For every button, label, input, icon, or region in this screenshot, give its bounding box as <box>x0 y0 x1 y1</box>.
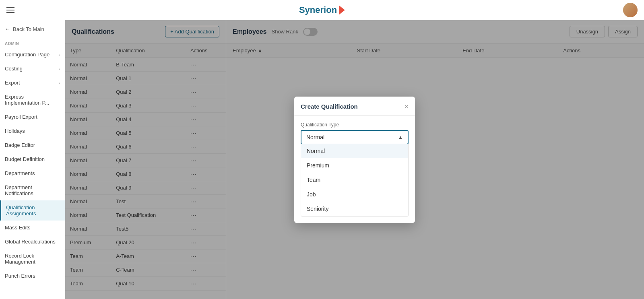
modal-header: Create Qualification × <box>294 97 415 115</box>
modal-title: Create Qualification <box>301 103 358 110</box>
back-arrow-icon: ← <box>5 26 10 32</box>
back-to-main-button[interactable]: ← Back To Main <box>0 20 65 38</box>
sidebar-item-costing[interactable]: Costing› <box>0 62 65 76</box>
sidebar-item-badge-editor[interactable]: Badge Editor <box>0 138 65 152</box>
sidebar-item-express-impl[interactable]: Express Implementation P... <box>0 90 65 110</box>
sidebar-item-label: Payroll Export <box>5 114 37 120</box>
sidebar-item-export[interactable]: Export› <box>0 76 65 90</box>
dropdown-option-normal[interactable]: Normal <box>301 144 408 158</box>
avatar-image <box>623 3 638 17</box>
chevron-right-icon: › <box>58 52 60 57</box>
create-qualification-modal: Create Qualification × Qualification Typ… <box>294 97 415 223</box>
chevron-right-icon: › <box>58 80 60 85</box>
main-layout: ← Back To Main ADMIN Configuration Page›… <box>0 20 644 299</box>
sidebar-item-label: Costing <box>5 66 23 72</box>
sidebar-item-dept-notifications[interactable]: Department Notifications <box>0 180 65 200</box>
content-area: Qualifications + Add Qualification Type … <box>65 20 644 299</box>
sidebar-item-payroll-export[interactable]: Payroll Export <box>0 110 65 124</box>
sidebar-item-punch-errors[interactable]: Punch Errors <box>0 269 65 283</box>
sidebar-item-label: Badge Editor <box>5 142 35 148</box>
sidebar-items: Configuration Page›Costing›Export›Expres… <box>0 47 65 283</box>
modal-overlay[interactable]: Create Qualification × Qualification Typ… <box>65 20 644 299</box>
sidebar-item-label: Mass Edits <box>5 225 31 231</box>
qualification-type-label: Qualification Type <box>301 122 409 128</box>
sidebar-item-label: Record Lock Management <box>5 253 60 265</box>
hamburger-menu[interactable] <box>6 7 14 13</box>
sidebar-item-label: Qualification Assignments <box>6 204 60 217</box>
top-header: Synerion <box>0 0 644 20</box>
dropdown-option-seniority[interactable]: Seniority <box>301 202 408 216</box>
select-chevron-icon: ▲ <box>398 134 403 140</box>
dropdown-option-team[interactable]: Team <box>301 173 408 187</box>
modal-body: Qualification Type Normal ▲ NormalPremiu… <box>294 115 415 223</box>
sidebar-item-label: Express Implementation P... <box>5 94 60 106</box>
sidebar-item-global-recalculations[interactable]: Global Recalculations <box>0 235 65 249</box>
dropdown-option-premium[interactable]: Premium <box>301 158 408 173</box>
sidebar-item-qual-assignments[interactable]: Qualification Assignments <box>0 200 65 221</box>
sidebar-item-record-lock-mgmt[interactable]: Record Lock Management <box>0 249 65 269</box>
sidebar-item-budget-definition[interactable]: Budget Definition <box>0 152 65 166</box>
sidebar-item-label: Export <box>5 80 20 86</box>
app-logo: Synerion <box>299 5 345 15</box>
logo-text: Synerion <box>299 5 337 15</box>
qualification-type-dropdown: NormalPremiumTeamJobSeniority <box>301 144 409 217</box>
sidebar-item-label: Department Notifications <box>5 184 60 196</box>
sidebar-item-label: Punch Errors <box>5 273 35 279</box>
admin-section-label: ADMIN <box>0 38 65 47</box>
sidebar: ← Back To Main ADMIN Configuration Page›… <box>0 20 65 299</box>
chevron-right-icon: › <box>58 66 60 71</box>
sidebar-item-label: Holidays <box>5 128 25 134</box>
qualification-type-select[interactable]: Normal ▲ <box>301 130 409 144</box>
modal-close-button[interactable]: × <box>404 103 409 110</box>
selected-type-value: Normal <box>306 134 324 140</box>
sidebar-item-mass-edits[interactable]: Mass Edits <box>0 221 65 235</box>
sidebar-item-departments[interactable]: Departments <box>0 166 65 180</box>
sidebar-item-holidays[interactable]: Holidays <box>0 124 65 138</box>
sidebar-item-label: Configuration Page <box>5 52 50 58</box>
sidebar-item-label: Global Recalculations <box>5 239 56 245</box>
dropdown-option-job[interactable]: Job <box>301 187 408 202</box>
sidebar-item-label: Budget Definition <box>5 156 45 162</box>
back-to-main-label: Back To Main <box>13 26 44 32</box>
logo-icon <box>339 6 345 14</box>
user-avatar[interactable] <box>623 3 638 17</box>
sidebar-item-label: Departments <box>5 170 35 176</box>
sidebar-item-configuration-page[interactable]: Configuration Page› <box>0 47 65 62</box>
